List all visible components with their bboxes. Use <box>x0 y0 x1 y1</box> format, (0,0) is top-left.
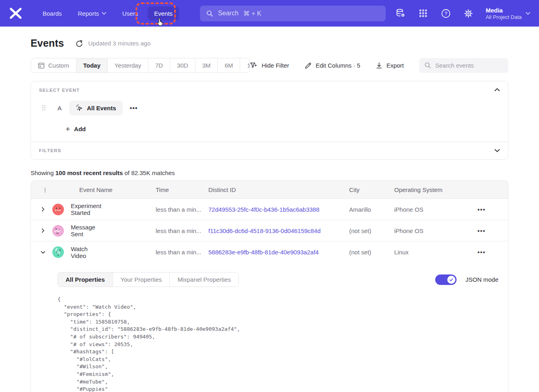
event-more-menu[interactable]: ••• <box>130 105 138 112</box>
distinct-id-link[interactable]: 5886283e-e9fb-48fb-81de-40e9093a2af4 <box>208 249 349 256</box>
event-avatar <box>52 246 64 258</box>
chevron-down-icon[interactable] <box>494 148 500 153</box>
search-shortcut: ⌘ + K <box>243 10 261 17</box>
date-custom-button[interactable]: Custom <box>31 58 76 72</box>
search-events-placeholder: Search events <box>435 62 474 69</box>
global-search-input[interactable]: Search ⌘ + K <box>200 6 386 21</box>
date-12m-button[interactable]: 12M <box>240 58 250 72</box>
chevron-down-icon <box>526 12 530 15</box>
filters-section[interactable]: FILTERS <box>31 142 508 159</box>
date-range-control: Custom Today Yesterday 7D 30D 3M 6M 12M <box>31 58 250 73</box>
table-row-expanded: Watch Video less than a min... 5886283e-… <box>31 241 508 263</box>
apps-grid-icon[interactable] <box>418 8 428 19</box>
nav-items: Boards Reports Users Events <box>36 6 179 21</box>
event-city: (not set) <box>349 227 394 234</box>
events-table: ↓↑ Event Name Time Distinct ID City Oper… <box>31 180 508 392</box>
navbar-right: ? Media All Project Data <box>395 6 530 21</box>
refresh-icon[interactable] <box>75 39 83 47</box>
export-button[interactable]: Export <box>376 62 404 69</box>
event-time: less than a min... <box>156 227 208 234</box>
plus-icon: + <box>66 125 70 133</box>
row-more-menu[interactable]: ••• <box>477 249 486 256</box>
drag-handle[interactable] <box>42 105 46 111</box>
select-event-section: SELECT EVENT A All Events ••• + <box>31 81 508 142</box>
project-selector[interactable]: Media All Project Data <box>486 6 530 21</box>
filter-funnel-icon <box>250 62 257 69</box>
search-placeholder: Search <box>218 10 239 17</box>
svg-text:?: ? <box>444 11 447 17</box>
page-title: Events <box>31 37 64 49</box>
date-6m-button[interactable]: 6M <box>218 58 240 72</box>
chevron-down-icon <box>102 12 106 15</box>
table-row: Experiment Started less than a min... 72… <box>31 199 508 220</box>
last-updated-text: Updated 3 minutes ago <box>88 40 150 47</box>
date-3m-button[interactable]: 3M <box>195 58 218 72</box>
search-icon <box>206 10 213 17</box>
filters-label: FILTERS <box>39 148 500 153</box>
event-avatar <box>52 204 64 215</box>
row-more-menu[interactable]: ••• <box>477 206 486 213</box>
filter-bar: Custom Today Yesterday 7D 30D 3M 6M 12M … <box>31 58 508 73</box>
results-count: 100 most recent results <box>56 169 123 176</box>
event-json-viewer[interactable]: { "event": "Watch Video", "properties": … <box>58 296 498 392</box>
top-navbar: Boards Reports Users Events Search ⌘ + K <box>0 0 539 27</box>
project-name: Media <box>486 6 522 14</box>
chevron-down-icon[interactable] <box>41 250 45 255</box>
results-summary: Showing 100 most recent results of 82.35… <box>31 169 508 176</box>
event-avatar <box>52 225 64 237</box>
collapse-all-icon[interactable]: ↓↑ <box>42 186 48 193</box>
event-os: iPhone OS <box>394 227 477 234</box>
select-event-label: SELECT EVENT <box>39 88 500 93</box>
nav-item-boards[interactable]: Boards <box>36 6 68 21</box>
tab-your-properties[interactable]: Your Properties <box>113 272 170 287</box>
nav-item-users[interactable]: Users <box>116 6 144 21</box>
event-name: Watch Video <box>71 246 88 259</box>
search-events-input[interactable]: Search events <box>419 58 508 73</box>
check-icon <box>449 277 454 282</box>
date-today-button[interactable]: Today <box>76 58 108 72</box>
date-7d-button[interactable]: 7D <box>148 58 170 72</box>
json-mode-label: JSON mode <box>465 276 498 283</box>
project-subtitle: All Project Data <box>486 14 522 20</box>
distinct-id-link[interactable]: f11c30d6-dc6d-4518-9136-0d046159c84d <box>208 227 349 234</box>
nav-item-events[interactable]: Events <box>148 6 179 21</box>
event-os: Linux <box>394 249 477 256</box>
data-management-icon[interactable] <box>395 8 406 19</box>
chevron-right-icon[interactable] <box>41 207 45 212</box>
date-yesterday-button[interactable]: Yesterday <box>108 58 148 72</box>
tab-all-properties[interactable]: All Properties <box>58 272 113 287</box>
pencil-icon <box>304 62 312 69</box>
event-row-letter: A <box>56 105 63 111</box>
event-os: iPhone OS <box>394 206 477 213</box>
page-header: Events Updated 3 minutes ago <box>31 37 508 49</box>
event-cursor-sparkle-icon <box>76 104 83 112</box>
nav-item-reports[interactable]: Reports <box>72 6 113 21</box>
row-more-menu[interactable]: ••• <box>477 227 486 234</box>
json-mode-toggle[interactable] <box>435 274 457 285</box>
col-distinct-id: Distinct ID <box>208 186 349 193</box>
help-icon[interactable]: ? <box>440 8 451 19</box>
col-event-name: Event Name <box>79 186 156 193</box>
search-icon <box>424 62 431 69</box>
col-city: City <box>349 186 394 193</box>
date-30d-button[interactable]: 30D <box>170 58 195 72</box>
chevron-right-icon[interactable] <box>41 228 45 233</box>
event-time: less than a min... <box>156 249 208 256</box>
chevron-up-icon[interactable] <box>494 87 500 93</box>
table-header-row: ↓↑ Event Name Time Distinct ID City Oper… <box>31 181 508 199</box>
download-icon <box>376 62 383 69</box>
calendar-icon <box>38 62 45 69</box>
event-time: less than a min... <box>156 206 208 213</box>
mixpanel-logo[interactable] <box>9 7 23 19</box>
distinct-id-link[interactable]: 72d49553-25fc-4f0c-b436-1b5ac6ab3388 <box>208 206 349 213</box>
event-query-row: A All Events ••• <box>39 101 500 116</box>
hide-filter-button[interactable]: Hide Filter <box>250 62 289 69</box>
event-city: (not set) <box>349 249 394 256</box>
table-row: Message Sent less than a min... f11c30d6… <box>31 220 508 241</box>
edit-columns-button[interactable]: Edit Columns · 5 <box>304 62 360 69</box>
settings-gear-icon[interactable] <box>463 8 473 19</box>
add-event-button[interactable]: + Add <box>66 125 500 133</box>
all-events-chip[interactable]: All Events <box>69 101 123 116</box>
event-city: Amarillo <box>349 206 394 213</box>
tab-mixpanel-properties[interactable]: Mixpanel Properties <box>170 272 239 287</box>
